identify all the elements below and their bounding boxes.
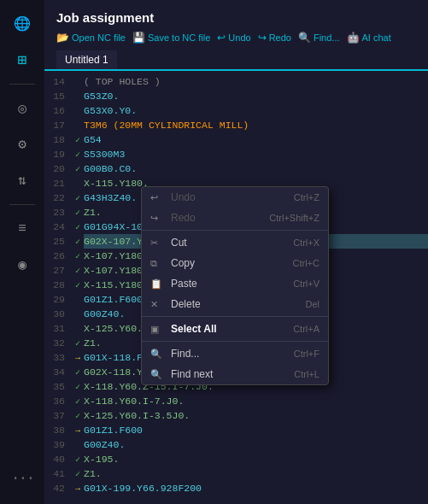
context-menu-item-select-all[interactable]: ▣Select AllCtrl+A — [142, 319, 328, 339]
table-row: 15G53Z0. — [44, 89, 428, 103]
undo-icon: ↩ — [150, 192, 166, 203]
line-content: X-118.Y60.I-7.J0. — [84, 394, 428, 408]
line-content: X-195. — [84, 452, 428, 466]
context-menu-item-find[interactable]: 🔍Find...Ctrl+F — [142, 343, 328, 364]
table-row: 40✓X-195. — [44, 452, 428, 466]
line-marker: ✓ — [72, 278, 84, 293]
redo-icon: ↪ — [150, 213, 166, 224]
redo-icon: ↪ — [258, 32, 267, 44]
line-marker: ✓ — [72, 366, 84, 380]
context-menu-separator — [142, 230, 328, 231]
ai-chat-button[interactable]: 🤖 AI chat — [347, 32, 391, 44]
undo-label: Undo — [228, 32, 250, 43]
cut-label: Cut — [171, 237, 293, 249]
redo-label: Redo — [171, 212, 269, 224]
find-icon: 🔍 — [150, 349, 166, 360]
context-menu-separator — [142, 341, 328, 342]
line-content: Z1. — [84, 466, 428, 481]
table-row: 41✓Z1. — [44, 466, 428, 481]
header: Job assignment 📂 Open NC file 💾 Save to … — [44, 0, 428, 49]
table-row: 16G53X0.Y0. — [44, 103, 428, 118]
compass-icon: ◎ — [18, 100, 26, 117]
context-menu-item-undo: ↩UndoCtrl+Z — [142, 187, 328, 208]
open-nc-label: Open NC file — [72, 32, 126, 43]
ai-chat-icon: 🤖 — [347, 32, 360, 44]
line-content: ( TOP HOLES ) — [84, 74, 428, 89]
line-number: 32 — [44, 336, 72, 350]
open-nc-button[interactable]: 📂 Open NC file — [56, 32, 126, 44]
line-content: G00Z40. — [84, 437, 428, 452]
line-content: G01Z1.F600 — [84, 423, 428, 437]
line-number: 17 — [44, 118, 72, 132]
tab-bar: Untitled 1 — [44, 50, 428, 71]
line-marker: ✓ — [72, 148, 84, 162]
line-number: 31 — [44, 321, 72, 336]
find-shortcut: Ctrl+F — [294, 349, 320, 359]
find-label: Find... — [314, 32, 340, 43]
table-row: 39G00Z40. — [44, 437, 428, 452]
redo-shortcut: Ctrl+Shift+Z — [269, 213, 320, 223]
sidebar-item-dot[interactable]: ◉ — [7, 249, 38, 280]
context-menu-item-delete[interactable]: ✕DeleteDel — [142, 294, 328, 314]
delete-label: Delete — [171, 298, 305, 310]
line-marker: ✓ — [72, 206, 84, 220]
line-number: 26 — [44, 249, 72, 263]
line-marker: ✓ — [72, 380, 84, 395]
table-row: 17T3M6 (20MM CYLINDRICAL MILL) — [44, 118, 428, 132]
gear-icon: ⚙ — [18, 136, 26, 153]
sidebar-divider-1 — [9, 84, 35, 85]
line-content: G00B0.C0. — [84, 161, 428, 176]
line-content: G53X0.Y0. — [84, 103, 428, 118]
line-number: 18 — [44, 132, 72, 147]
save-nc-button[interactable]: 💾 Save to NC file — [132, 32, 210, 44]
find-label: Find... — [171, 348, 294, 360]
context-menu-item-redo: ↪RedoCtrl+Shift+Z — [142, 208, 328, 228]
redo-label: Redo — [269, 32, 291, 43]
line-number: 28 — [44, 278, 72, 292]
sidebar-item-arrows[interactable]: ⇅ — [7, 165, 38, 196]
sidebar-item-globe[interactable]: 🌐 — [7, 9, 38, 39]
line-marker: → — [72, 482, 84, 496]
sidebar: 🌐 ⊞ ◎ ⚙ ⇅ ≡ ◉ ··· — [0, 0, 44, 504]
select-all-label: Select All — [171, 323, 293, 335]
line-marker: ✓ — [72, 235, 84, 249]
toolbar: 📂 Open NC file 💾 Save to NC file ↩ Undo … — [56, 32, 416, 44]
context-menu: ↩UndoCtrl+Z↪RedoCtrl+Shift+Z✂CutCtrl+X⧉C… — [141, 186, 329, 385]
sidebar-more[interactable]: ··· — [11, 470, 33, 487]
line-marker: ✓ — [72, 264, 84, 278]
filter-icon: ≡ — [18, 221, 26, 237]
context-menu-separator — [142, 316, 328, 317]
delete-icon: ✕ — [150, 299, 166, 310]
line-number: 42 — [44, 481, 72, 495]
sidebar-item-gear[interactable]: ⚙ — [7, 129, 38, 160]
context-menu-item-copy[interactable]: ⧉CopyCtrl+C — [142, 253, 328, 273]
line-number: 23 — [44, 205, 72, 220]
table-row: 18✓G54 — [44, 132, 428, 147]
line-content: S5300M3 — [84, 147, 428, 161]
copy-shortcut: Ctrl+C — [293, 258, 320, 268]
line-number: 41 — [44, 466, 72, 481]
line-marker: ✓ — [72, 162, 84, 177]
page-title: Job assignment — [56, 10, 416, 25]
sidebar-divider-2 — [9, 204, 35, 205]
undo-button[interactable]: ↩ Undo — [217, 32, 250, 44]
line-marker: ✓ — [72, 337, 84, 351]
redo-button[interactable]: ↪ Redo — [258, 32, 291, 44]
line-number: 14 — [44, 74, 72, 89]
tab-untitled-1[interactable]: Untitled 1 — [56, 50, 117, 71]
context-menu-item-find-next[interactable]: 🔍Find nextCtrl+L — [142, 364, 328, 384]
context-menu-item-cut[interactable]: ✂CutCtrl+X — [142, 232, 328, 253]
line-number: 39 — [44, 437, 72, 452]
line-marker: ✓ — [72, 220, 84, 235]
line-number: 20 — [44, 161, 72, 176]
sidebar-item-grid[interactable]: ⊞ — [7, 44, 38, 75]
line-number: 30 — [44, 307, 72, 321]
context-menu-item-paste[interactable]: 📋PasteCtrl+V — [142, 273, 328, 294]
arrows-icon: ⇅ — [18, 172, 26, 189]
undo-shortcut: Ctrl+Z — [294, 192, 320, 202]
line-marker: ✓ — [72, 133, 84, 148]
select-all-shortcut: Ctrl+A — [293, 324, 320, 334]
sidebar-item-compass[interactable]: ◎ — [7, 93, 38, 124]
find-button[interactable]: 🔍 Find... — [298, 32, 340, 44]
sidebar-item-filter[interactable]: ≡ — [7, 214, 38, 244]
